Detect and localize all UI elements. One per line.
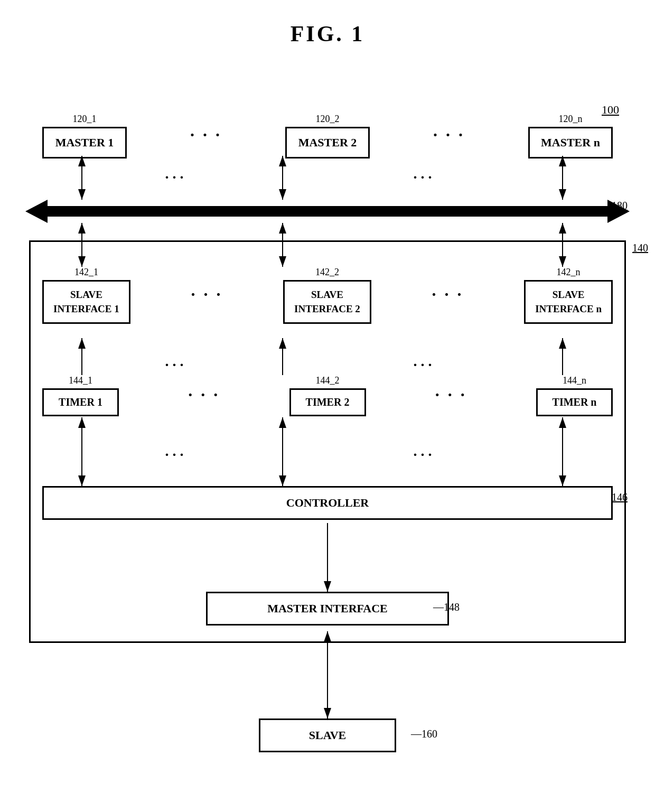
slave-bottom-label: SLAVE (309, 729, 347, 742)
t-1-label: 144_1 (69, 375, 92, 386)
master-dots-1: · · · (190, 125, 222, 145)
si-2-block: SLAVEINTERFACE 2 (283, 280, 371, 324)
master-1-label: 120_1 (73, 114, 97, 125)
ref-146: 146 (612, 491, 628, 503)
svg-marker-7 (279, 189, 286, 200)
t-2-block: TIMER 2 (289, 388, 366, 416)
si-n-label: 142_n (557, 267, 581, 278)
bus-ref: 180 (612, 200, 628, 212)
master-interface-box: MASTER INTERFACE (206, 592, 449, 626)
t-dots-2: · · · (435, 385, 467, 405)
master-2-label: 120_2 (316, 114, 340, 125)
si-dots-1: · · · (191, 285, 222, 304)
master-n-label: 120_n (559, 114, 583, 125)
svg-marker-10 (559, 189, 566, 200)
slave-bottom-box: SLAVE (259, 718, 396, 752)
ref-160: —160 (411, 728, 437, 740)
svg-rect-2 (46, 206, 609, 217)
t-dots-1: · · · (188, 385, 220, 405)
slave-row: 142_1 SLAVEINTERFACE 1 · · · 142_2 SLAVE… (42, 267, 613, 324)
svg-marker-16 (78, 223, 86, 234)
svg-marker-45 (324, 708, 331, 718)
master-1-block: MASTER 1 (42, 127, 127, 158)
si-1-block: SLAVEINTERFACE 1 (42, 280, 130, 324)
timer-row: 144_1 TIMER 1 · · · 144_2 TIMER 2 · · · … (42, 375, 613, 416)
t-2-label: 144_2 (316, 375, 340, 386)
t-1-block: TIMER 1 (42, 388, 119, 416)
ref-148: —148 (433, 601, 460, 613)
si-2-label: 142_2 (315, 267, 339, 278)
t-n-label: 144_n (563, 375, 586, 386)
svg-text:· · ·: · · · (414, 169, 432, 185)
master-2-block: MASTER 2 (285, 127, 370, 158)
master-dots-2: · · · (433, 125, 465, 145)
master-n-block: MASTER n (528, 127, 613, 158)
master-interface-label: MASTER INTERFACE (267, 602, 388, 615)
svg-marker-19 (279, 223, 286, 234)
svg-marker-0 (25, 200, 48, 223)
masters-row: 120_1 MASTER 1 · · · 120_2 MASTER 2 · · … (42, 114, 613, 158)
svg-marker-4 (78, 189, 86, 200)
t-n-block: TIMER n (536, 388, 613, 416)
si-n-block: SLAVEINTERFACE n (524, 280, 613, 324)
controller-label: CONTROLLER (286, 496, 369, 509)
controller-box: CONTROLLER (42, 486, 613, 520)
si-dots-2: · · · (432, 285, 464, 304)
svg-marker-22 (559, 223, 566, 234)
si-1-label: 142_1 (74, 267, 98, 278)
arbiter-ref: 140 (632, 242, 648, 254)
page-title: FIG. 1 (0, 0, 655, 46)
svg-text:· · ·: · · · (165, 169, 184, 185)
